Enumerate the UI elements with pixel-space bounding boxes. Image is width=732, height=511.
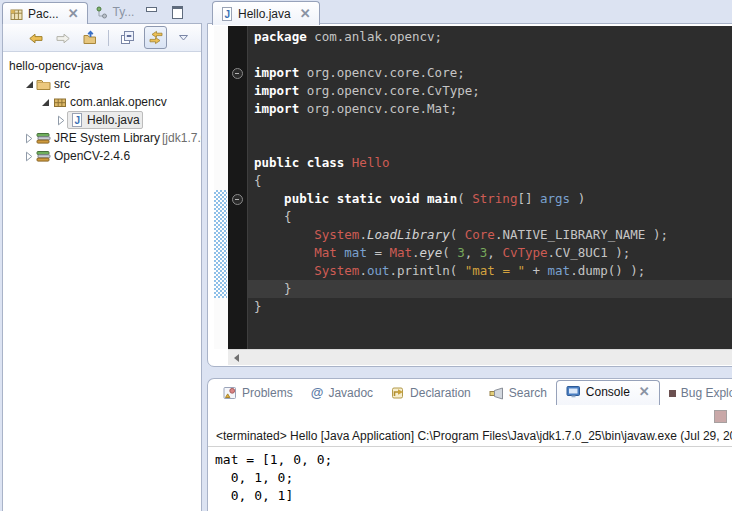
- code-line: Mat mat = Mat.eye( 3, 3, CvType.CV_8UC1 …: [254, 244, 668, 262]
- go-into-button[interactable]: [79, 27, 100, 48]
- code-line: [254, 118, 668, 136]
- code-line: {: [254, 208, 668, 226]
- search-icon: [489, 386, 504, 400]
- svg-text:J: J: [74, 115, 80, 126]
- link-with-editor-button[interactable]: [144, 26, 167, 49]
- fold-collapse-icon[interactable]: [232, 68, 243, 79]
- jfile-icon: J: [68, 113, 85, 127]
- code-line: }: [254, 280, 668, 298]
- library-icon: [35, 150, 52, 163]
- code-line: {: [254, 172, 668, 190]
- console-output-line: mat = [1, 0, 0;: [215, 451, 332, 469]
- project-tree: hello-opencv-javasrccom.anlak.opencvJHel…: [3, 52, 201, 165]
- tab-label: Javadoc: [328, 386, 373, 400]
- console-output-line: 0, 0, 1]: [215, 487, 332, 505]
- tab-label: Ty...: [113, 5, 135, 19]
- library-icon: [35, 132, 52, 145]
- code-line: import org.opencv.core.CvType;: [254, 82, 668, 100]
- package-explorer-tabbar: Pac... ✕ Ty...: [2, 1, 142, 24]
- package-explorer-icon: [10, 8, 23, 21]
- tree-item-jre-system-library[interactable]: JRE System Library [jdk1.7.0: [3, 129, 201, 147]
- type-hierarchy-icon: [95, 6, 108, 19]
- tree-item-content: src: [35, 77, 72, 91]
- scroll-left-arrow-icon[interactable]: [228, 350, 244, 365]
- tab-problems[interactable]: Problems: [214, 382, 302, 405]
- problems-icon: [223, 386, 237, 400]
- tree-item-label: JRE System Library: [52, 131, 162, 145]
- folding-gutter: [228, 26, 248, 349]
- code-line: import org.opencv.core.Core;: [254, 64, 668, 82]
- tree-item-label: src: [52, 77, 72, 91]
- tab-console[interactable]: Console✕: [556, 380, 660, 405]
- editor-body: package com.anlak.opencv;import org.open…: [207, 23, 732, 367]
- back-button[interactable]: [25, 27, 46, 48]
- tree-item-content: JRE System Library [jdk1.7.0: [35, 131, 201, 145]
- code-line: [254, 136, 668, 154]
- editor-tab-hello-java[interactable]: J Hello.java ✕: [212, 1, 320, 25]
- view-menu-icon: [178, 33, 189, 42]
- console-icon: [566, 385, 581, 399]
- annotation-ruler: [214, 26, 228, 349]
- collapse-all-icon: [120, 30, 135, 45]
- collapse-arrow-icon[interactable]: [23, 81, 35, 88]
- code-lines: package com.anlak.opencv;import org.open…: [254, 28, 668, 316]
- forward-button[interactable]: [52, 27, 73, 48]
- code-line: System.out.println( "mat = " + mat.dump(…: [254, 262, 668, 280]
- code-line: import org.opencv.core.Mat;: [254, 100, 668, 118]
- minimize-icon[interactable]: [146, 6, 155, 15]
- terminate-button[interactable]: [714, 410, 727, 423]
- close-icon[interactable]: ✕: [300, 9, 311, 19]
- package-icon: [51, 96, 68, 109]
- expand-arrow-icon[interactable]: [23, 133, 35, 144]
- tab-label: Pac...: [28, 7, 59, 21]
- tab-bug-explorer[interactable]: Bug Explorer: [660, 382, 732, 405]
- link-with-editor-icon: [148, 30, 164, 45]
- tree-item-label: hello-opencv-java: [7, 59, 105, 73]
- maximize-icon[interactable]: [172, 6, 183, 19]
- back-icon: [28, 31, 44, 45]
- tree-item-hello-opencv-java[interactable]: hello-opencv-java: [3, 57, 201, 75]
- view-menu-button[interactable]: [173, 27, 194, 48]
- tree-item-src[interactable]: src: [3, 75, 201, 93]
- tab-package-explorer[interactable]: Pac... ✕: [2, 2, 88, 24]
- code-line: public class Hello: [254, 154, 668, 172]
- javadoc-icon: @: [311, 387, 324, 399]
- tree-item-label: com.anlak.opencv: [68, 95, 169, 109]
- collapse-all-button[interactable]: [117, 27, 138, 48]
- tab-declaration[interactable]: Declaration: [382, 382, 480, 405]
- code-line: System.LoadLibrary( Core.NATIVE_LIBRARY_…: [254, 226, 668, 244]
- tab-search[interactable]: Search: [480, 382, 556, 405]
- collapse-arrow-icon[interactable]: [39, 99, 51, 106]
- tab-label: Declaration: [410, 386, 471, 400]
- console-status-line: <terminated> Hello [Java Application] C:…: [208, 428, 732, 447]
- eclipse-workbench: { "window": { "background": "#dce3f2" },…: [0, 0, 732, 511]
- horizontal-scrollbar[interactable]: [228, 349, 732, 365]
- tree-item-opencv-2-4-6[interactable]: OpenCV-2.4.6: [3, 147, 201, 165]
- folder-icon: [35, 77, 52, 91]
- console-panel: Problems@JavadocDeclarationSearchConsole…: [207, 378, 732, 511]
- code-line: }: [254, 298, 668, 316]
- expand-arrow-icon[interactable]: [23, 151, 35, 162]
- package-explorer-panel: hello-opencv-javasrccom.anlak.opencvJHel…: [2, 23, 202, 511]
- tree-item-com-anlak-opencv[interactable]: com.anlak.opencv: [3, 93, 201, 111]
- tree-item-content: com.anlak.opencv: [51, 95, 169, 109]
- code-line: package com.anlak.opencv;: [254, 28, 668, 46]
- console-output-line: 0, 1, 0;: [215, 469, 332, 487]
- method-range-indicator: [214, 190, 227, 298]
- close-icon[interactable]: ✕: [68, 9, 79, 19]
- code-line: public static void main( String[] args ): [254, 190, 668, 208]
- tab-label: Bug Explorer: [681, 386, 732, 400]
- go-into-icon: [82, 30, 97, 45]
- code-area[interactable]: package com.anlak.opencv;import org.open…: [228, 26, 732, 349]
- tab-label: Search: [509, 386, 547, 400]
- tab-type-hierarchy[interactable]: Ty...: [88, 1, 143, 24]
- java-file-icon: J: [221, 7, 233, 21]
- tree-item-content: OpenCV-2.4.6: [35, 149, 132, 163]
- close-icon[interactable]: ✕: [639, 387, 650, 397]
- expand-arrow-icon[interactable]: [55, 115, 67, 126]
- svg-text:J: J: [224, 8, 230, 19]
- tree-item-hello-java[interactable]: JHello.java: [3, 111, 201, 129]
- tab-javadoc[interactable]: @Javadoc: [302, 382, 382, 405]
- fold-collapse-icon[interactable]: [232, 194, 243, 205]
- console-output[interactable]: mat = [1, 0, 0; 0, 1, 0; 0, 0, 1]: [215, 451, 332, 505]
